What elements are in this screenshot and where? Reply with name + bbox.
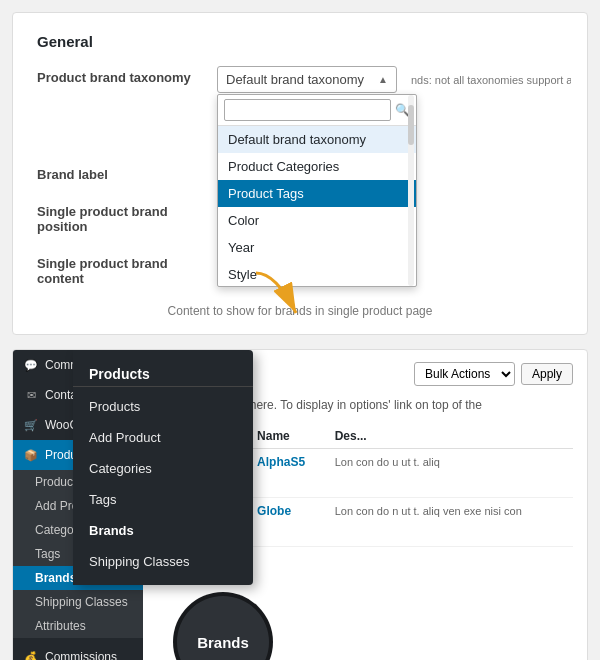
taxonomy-hint: nds: not all taxonomies support all [411,74,571,86]
panel-title: General [37,33,563,50]
popup-item-tags[interactable]: Tags [73,484,253,515]
product-name-alphas5[interactable]: AlphaS5 [257,455,319,469]
label-position: Single product brand position [37,200,217,234]
row1-desc-cell: Lon con do u ut t. aliq [327,449,573,498]
popup-item-categories[interactable]: Categories [73,453,253,484]
popup-title: Products [73,358,253,387]
popup-item-shipping[interactable]: Shipping Classes [73,546,253,577]
row1-name-cell: AlphaS5 [249,449,327,498]
form-footer-text: Content to show for brands in single pro… [37,304,563,318]
label-content: Single product brand content [37,252,217,286]
taxonomy-dropdown: 🔍 Default brand taxonomy Product Categor… [217,94,417,287]
popup-menu: Products Products Add Product Categories… [73,350,253,585]
magnify-inner: Brands [197,634,249,651]
popup-item-products[interactable]: Products [73,391,253,422]
bottom-panel: 💬 Comments 8 ✉ Contact 🛒 WooCommer... 📦 … [12,349,588,660]
magnify-brands-label: Brands [197,634,249,651]
products-icon: 📦 [23,447,39,463]
product-desc-globe: Lon con do n ut t. aliq ven exe nisi con [335,504,565,519]
dropdown-item-tags[interactable]: Product Tags [218,180,416,207]
sidebar-sub-label-tags: Tags [35,547,60,561]
product-name-globe[interactable]: Globe [257,504,319,518]
contact-icon: ✉ [23,387,39,403]
sidebar-label-commissions: Commissions [45,650,117,660]
sidebar-sub-label-shipping: Shipping Classes [35,595,128,609]
taxonomy-selected-value: Default brand taxonomy [226,72,364,87]
bulk-actions-wrap: Bulk Actions Apply [414,362,573,386]
sidebar-item-commissions[interactable]: 💰 Commissions [13,642,143,660]
comments-icon: 💬 [23,357,39,373]
top-panel: General Product brand taxonomy Default b… [12,12,588,335]
dropdown-item-year[interactable]: Year [218,234,416,261]
dropdown-item-color[interactable]: Color [218,207,416,234]
dropdown-scrollbar [408,95,414,286]
dropdown-list: Default brand taxonomy Product Categorie… [218,126,416,286]
bulk-actions-select[interactable]: Bulk Actions [414,362,515,386]
popup-item-add-product[interactable]: Add Product [73,422,253,453]
taxonomy-select-trigger[interactable]: Default brand taxonomy ▲ [217,66,397,93]
row2-desc-cell: Lon con do n ut t. aliq ven exe nisi con [327,498,573,547]
sidebar-item-attributes[interactable]: Attributes [13,614,143,638]
dropdown-item-default[interactable]: Default brand taxonomy [218,126,416,153]
control-taxonomy: Default brand taxonomy ▲ nds: not all ta… [217,66,563,93]
th-name: Name [249,424,327,449]
apply-button[interactable]: Apply [521,363,573,385]
dropdown-item-style[interactable]: Style [218,261,416,286]
row2-name-cell: Globe [249,498,327,547]
label-taxonomy: Product brand taxonomy [37,66,217,85]
woocommerce-icon: 🛒 [23,417,39,433]
sidebar-sub-label-attributes: Attributes [35,619,86,633]
form-row-taxonomy: Product brand taxonomy Default brand tax… [37,66,563,93]
label-brand: Brand label [37,163,217,182]
dropdown-search-input[interactable] [224,99,391,121]
th-description: Des... [327,424,573,449]
taxonomy-arrow-icon: ▲ [378,74,388,85]
dropdown-item-categories[interactable]: Product Categories [218,153,416,180]
dropdown-search-wrap: 🔍 [218,95,416,126]
sidebar-sub-label-brands: Brands [35,571,76,585]
product-desc-alphas5: Lon con do u ut t. aliq [335,455,565,470]
commissions-icon: 💰 [23,649,39,660]
dropdown-scroll-thumb [408,105,414,145]
sidebar-item-shipping[interactable]: Shipping Classes [13,590,143,614]
popup-item-brands[interactable]: Brands [73,515,253,546]
